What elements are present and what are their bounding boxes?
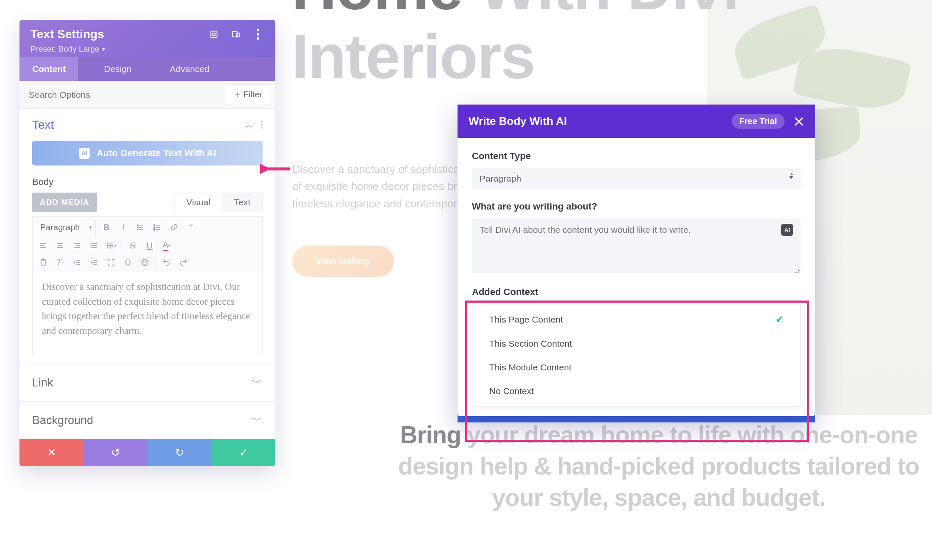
context-option-module[interactable]: This Module Content <box>472 356 800 379</box>
modal-title: Write Body With AI <box>469 115 732 128</box>
auto-generate-ai-button[interactable]: AI Auto Generate Text With AI <box>32 141 263 166</box>
editor-mode-tabs: Visual Text <box>174 193 263 212</box>
about-label: What are you writing about? <box>472 201 801 212</box>
search-input[interactable] <box>19 82 222 108</box>
tab-advanced[interactable]: Advanced <box>157 57 222 81</box>
ai-badge-icon: AI <box>79 148 90 159</box>
annotation-arrow-icon <box>260 163 291 175</box>
free-trial-button[interactable]: Free Trial <box>732 114 785 129</box>
format-select-wrap[interactable]: Paragraph <box>37 220 96 234</box>
undo-button[interactable]: ↺ <box>83 439 147 466</box>
body-field-label: Body <box>19 175 275 193</box>
filter-label: Filter <box>244 90 262 99</box>
context-option-none[interactable]: No Context <box>472 379 800 403</box>
svg-point-4 <box>137 225 139 226</box>
chevron-up-icon[interactable]: ︿ <box>245 119 253 131</box>
redo-icon[interactable] <box>177 257 190 268</box>
context-dropdown: This Page Content ✔ This Section Content… <box>472 303 801 407</box>
add-media-button[interactable]: ADD MEDIA <box>32 193 97 212</box>
section-menu-icon[interactable] <box>258 124 263 126</box>
panel-menu-icon[interactable] <box>252 28 264 41</box>
wysiwyg-toolbar: Paragraph B I 123 “ ▾ S U A▾ T× Ω <box>32 216 263 270</box>
text-tab[interactable]: Text <box>222 193 262 212</box>
page-hero-headline: Home With Divi Interiors <box>291 0 932 91</box>
link-section-header[interactable]: Link ﹀ <box>19 364 275 401</box>
expand-icon[interactable] <box>208 28 220 41</box>
content-type-select-wrap[interactable]: Paragraph ▴▾ <box>472 168 801 189</box>
background-section-label: Background <box>32 414 93 427</box>
align-right-icon[interactable] <box>71 240 83 251</box>
text-section-label: Text <box>32 118 245 132</box>
link-icon[interactable] <box>168 221 180 233</box>
preset-selector[interactable]: Preset: Body Large ▾ <box>31 44 264 54</box>
align-left-icon[interactable] <box>37 240 50 251</box>
plus-icon: + <box>235 90 240 99</box>
tab-content[interactable]: Content <box>19 57 78 81</box>
text-section-header[interactable]: Text ︿ <box>19 109 275 136</box>
preset-label: Preset: Body Large <box>31 44 100 54</box>
ai-suggest-icon[interactable]: AI <box>781 224 793 236</box>
panel-footer: ✕ ↺ ↻ ✓ <box>19 439 275 466</box>
svg-point-39 <box>142 259 148 266</box>
close-icon[interactable] <box>793 116 804 127</box>
chevron-down-icon: ﹀ <box>251 413 263 428</box>
text-color-icon[interactable]: A▾ <box>160 240 173 251</box>
context-option-section[interactable]: This Section Content <box>472 332 800 356</box>
chevron-down-icon: ▾ <box>102 46 105 52</box>
svg-rect-0 <box>211 31 217 38</box>
responsive-icon[interactable] <box>230 28 242 41</box>
fullscreen-icon[interactable] <box>105 257 117 268</box>
strikethrough-icon[interactable]: S <box>126 240 139 251</box>
indent-icon[interactable] <box>88 257 100 268</box>
panel-title: Text Settings <box>31 28 198 41</box>
view-gallery-button[interactable]: View Gallery <box>292 246 394 277</box>
select-caret-icon: ▴▾ <box>791 172 793 179</box>
svg-rect-1 <box>213 33 215 36</box>
outdent-icon[interactable] <box>71 257 83 268</box>
quote-icon[interactable]: “ <box>185 221 197 233</box>
align-justify-icon[interactable] <box>88 240 100 251</box>
content-type-label: Content Type <box>472 151 801 162</box>
chevron-down-icon: ﹀ <box>251 375 263 390</box>
context-option-page[interactable]: This Page Content ✔ <box>472 307 800 332</box>
resize-handle-icon[interactable] <box>794 268 799 273</box>
ai-button-label: Auto Generate Text With AI <box>97 148 216 159</box>
panel-header: Text Settings Preset: Body Large ▾ <box>19 20 275 57</box>
svg-point-6 <box>137 227 139 228</box>
redo-button[interactable]: ↻ <box>147 439 211 466</box>
table-icon[interactable]: ▾ <box>105 240 117 251</box>
link-section-label: Link <box>32 376 53 389</box>
format-select[interactable]: Paragraph <box>37 220 91 234</box>
text-settings-panel: Text Settings Preset: Body Large ▾ Conte… <box>19 20 275 466</box>
italic-icon[interactable]: I <box>117 221 130 233</box>
svg-point-41 <box>146 262 147 262</box>
check-icon: ✔ <box>776 314 783 325</box>
bullet-list-icon[interactable] <box>134 221 147 233</box>
paste-icon[interactable] <box>37 257 50 268</box>
save-button[interactable]: ✓ <box>211 439 275 466</box>
underline-icon[interactable]: U <box>143 240 156 251</box>
background-section-header[interactable]: Background ﹀ <box>19 401 275 439</box>
ai-write-modal: Write Body With AI Free Trial Content Ty… <box>458 105 815 416</box>
body-editor[interactable]: Discover a sanctuary of sophistication a… <box>32 270 263 355</box>
filter-button[interactable]: + Filter <box>226 84 271 105</box>
visual-tab[interactable]: Visual <box>175 193 222 212</box>
emoji-icon[interactable] <box>139 257 151 268</box>
panel-tabs: Content Design Advanced <box>19 57 275 81</box>
about-textarea[interactable] <box>472 218 801 273</box>
modal-header: Write Body With AI Free Trial <box>458 105 815 138</box>
content-type-select[interactable]: Paragraph <box>472 168 801 189</box>
clear-format-icon[interactable]: T× <box>54 257 67 268</box>
bold-icon[interactable]: B <box>100 221 113 233</box>
page-tagline: Bring your dream home to life with one-o… <box>386 419 932 513</box>
svg-point-8 <box>137 229 139 230</box>
added-context-label: Added Context <box>472 287 801 298</box>
undo-icon[interactable] <box>160 257 173 268</box>
tab-design[interactable]: Design <box>91 57 144 81</box>
align-center-icon[interactable] <box>54 240 67 251</box>
svg-point-40 <box>144 262 144 262</box>
discard-button[interactable]: ✕ <box>19 439 83 466</box>
special-char-icon[interactable]: Ω <box>122 257 134 268</box>
number-list-icon[interactable]: 123 <box>151 221 164 233</box>
search-row: + Filter <box>19 81 275 109</box>
